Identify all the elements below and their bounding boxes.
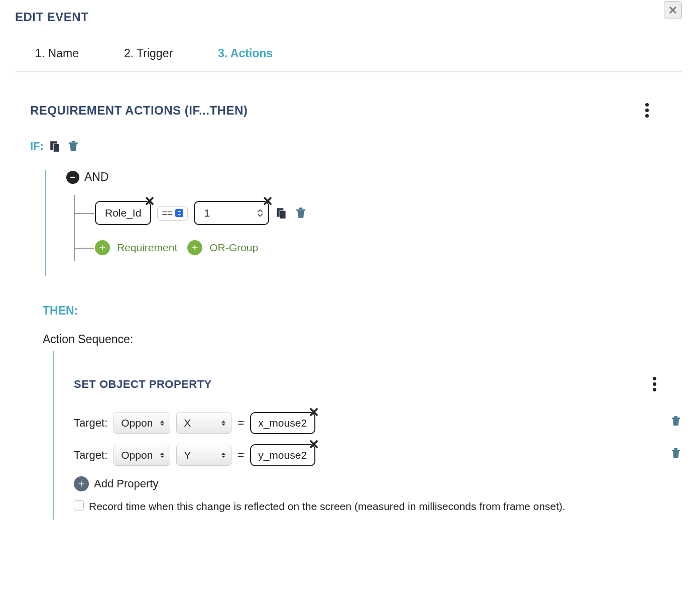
operator-dropdown-icon: [175, 209, 183, 217]
set-object-menu-button[interactable]: [650, 374, 659, 394]
svg-rect-9: [297, 209, 305, 211]
operator-select[interactable]: ==: [157, 206, 188, 221]
remove-value-icon[interactable]: [263, 196, 272, 208]
record-time-label: Record time when this change is reflecte…: [89, 498, 565, 515]
copy-condition-icon[interactable]: [275, 207, 288, 220]
if-label: IF:: [30, 140, 44, 153]
tabs: 1. Name 2. Trigger 3. Actions: [15, 47, 682, 60]
target-select[interactable]: Oppon: [113, 445, 170, 466]
svg-rect-14: [674, 448, 677, 450]
svg-rect-4: [72, 141, 75, 142]
then-label: THEN:: [43, 304, 682, 318]
select-arrows-icon: [221, 420, 226, 426]
trash-icon[interactable]: [67, 140, 80, 153]
record-time-checkbox[interactable]: [74, 500, 84, 510]
remove-value-icon[interactable]: [309, 439, 318, 451]
svg-rect-2: [54, 144, 59, 152]
property-select[interactable]: Y: [176, 445, 231, 466]
value-input[interactable]: x_mouse2: [250, 412, 315, 434]
add-property-label: Add Property: [94, 477, 158, 490]
property-row: Target: Oppon X = x_mouse2: [74, 412, 682, 434]
add-orgroup-label: OR-Group: [209, 242, 258, 254]
action-sequence-label: Action Sequence:: [43, 333, 682, 346]
if-label-row: IF:: [30, 140, 80, 153]
equals-sign: =: [238, 449, 244, 462]
requirements-title: REQUIREMENT ACTIONS (IF...THEN): [30, 104, 248, 118]
property-select[interactable]: X: [176, 413, 231, 434]
close-button[interactable]: [664, 1, 682, 19]
equals-sign: =: [238, 417, 244, 430]
svg-rect-12: [674, 416, 677, 418]
logic-operator: AND: [84, 170, 109, 184]
tab-trigger[interactable]: 2. Trigger: [124, 47, 173, 60]
svg-rect-8: [280, 211, 286, 219]
set-object-title: SET OBJECT PROPERTY: [74, 378, 212, 391]
delete-row-icon[interactable]: [670, 447, 682, 462]
svg-rect-5: [70, 176, 75, 177]
value-input[interactable]: y_mouse2: [250, 444, 315, 466]
value-stepper[interactable]: [257, 209, 263, 217]
tab-actions[interactable]: 3. Actions: [218, 47, 273, 60]
select-arrows-icon: [221, 452, 226, 458]
select-arrows-icon: [160, 420, 165, 426]
remove-value-icon[interactable]: [309, 407, 318, 419]
add-orgroup-button[interactable]: [187, 240, 202, 255]
property-row: Target: Oppon Y = y_mouse2: [74, 444, 682, 466]
requirements-menu-button[interactable]: [642, 100, 652, 121]
target-select[interactable]: Oppon: [113, 413, 170, 434]
add-property-button[interactable]: [74, 476, 89, 491]
collapse-and-button[interactable]: [66, 171, 79, 184]
svg-rect-3: [69, 142, 77, 144]
remove-field-icon[interactable]: [145, 196, 154, 208]
select-arrows-icon: [160, 452, 165, 458]
svg-rect-11: [672, 418, 680, 419]
target-label: Target:: [74, 449, 107, 462]
target-label: Target:: [74, 417, 107, 430]
copy-icon[interactable]: [49, 140, 62, 153]
condition-field[interactable]: Role_Id: [95, 201, 151, 225]
add-requirement-button[interactable]: [95, 240, 110, 255]
condition-row: Role_Id == 1: [95, 201, 682, 225]
condition-value-input[interactable]: 1: [194, 201, 269, 225]
delete-condition-icon[interactable]: [294, 207, 307, 220]
tab-name[interactable]: 1. Name: [35, 47, 79, 60]
delete-row-icon[interactable]: [670, 415, 682, 430]
svg-rect-13: [672, 450, 680, 451]
add-requirement-label: Requirement: [117, 242, 177, 254]
page-title: EDIT EVENT: [15, 10, 682, 24]
divider: [15, 71, 682, 72]
svg-rect-10: [299, 208, 303, 209]
